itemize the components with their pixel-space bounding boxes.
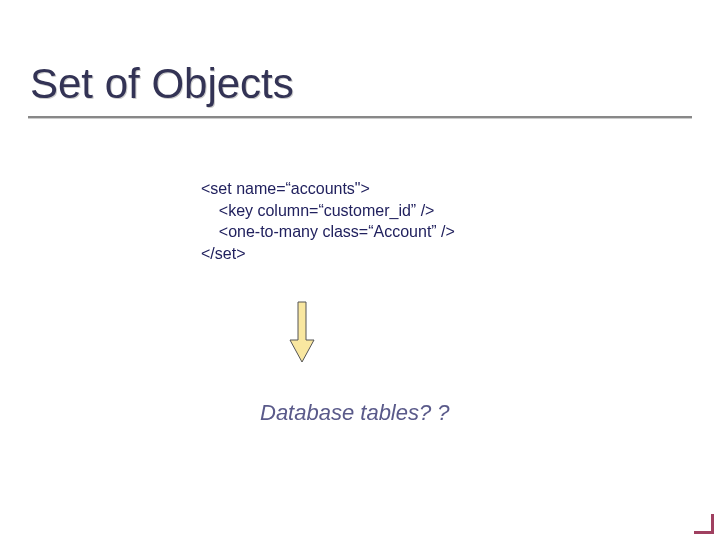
corner-accent-icon [690, 510, 714, 534]
code-line-1: <set name=“accounts"> [201, 180, 370, 197]
code-snippet: <set name=“accounts"> <key column=“custo… [201, 178, 455, 264]
code-line-3: <one-to-many class=“Account” /> [201, 223, 455, 240]
code-line-4: </set> [201, 245, 245, 262]
caption-text: Database tables? ? [260, 400, 450, 426]
down-arrow-icon [288, 300, 316, 364]
slide-title: Set of Objects [30, 60, 294, 108]
code-line-2: <key column=“customer_id” /> [201, 202, 434, 219]
title-underline [28, 116, 692, 118]
